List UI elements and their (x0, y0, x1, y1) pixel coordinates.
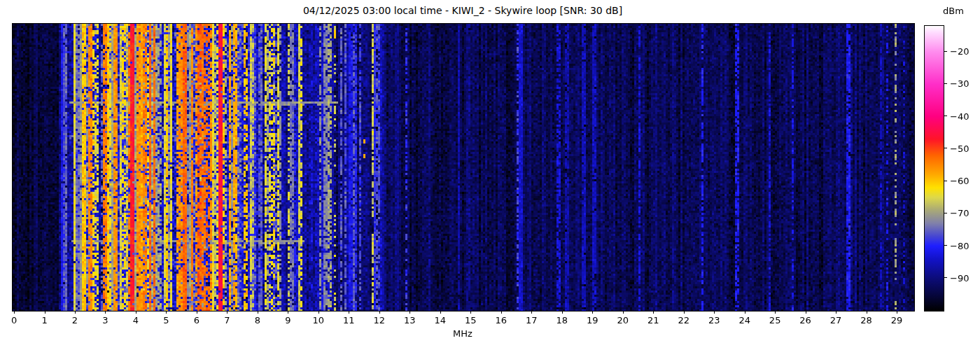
x-tick-mark (836, 311, 836, 314)
x-tick-label: 13 (404, 315, 416, 326)
x-tick-label: 20 (617, 315, 629, 326)
x-tick-mark (531, 311, 532, 314)
x-tick-label: 3 (102, 315, 108, 326)
chart-title: 04/12/2025 03:00 local time - KIWI_2 - S… (12, 5, 913, 16)
x-tick-mark (75, 311, 76, 314)
colorbar-tick-label: −70 (950, 208, 969, 218)
x-tick-mark (806, 311, 806, 314)
x-tick-label: 21 (648, 315, 659, 326)
x-tick-mark (867, 311, 867, 314)
colorbar-unit-label: dBm (943, 6, 964, 16)
colorbar-tick-label: −20 (950, 46, 969, 57)
colorbar-tick-mark (944, 51, 947, 52)
x-tick-label: 25 (769, 315, 781, 326)
colorbar-tick-mark (944, 115, 947, 116)
x-axis: 0123456789101112131415161718192021222324… (0, 310, 980, 345)
x-tick-label: 7 (224, 315, 230, 326)
x-tick-mark (470, 311, 471, 314)
x-tick-label: 26 (799, 315, 811, 326)
x-tick-mark (349, 311, 349, 314)
x-tick-label: 28 (860, 315, 872, 326)
x-tick-mark (623, 311, 624, 314)
x-tick-label: 19 (587, 315, 598, 326)
x-tick-label: 16 (496, 315, 507, 326)
x-tick-label: 18 (556, 315, 568, 326)
x-tick-label: 23 (708, 315, 720, 326)
x-tick-label: 11 (343, 315, 355, 326)
colorbar-tick-label: −40 (950, 111, 969, 121)
colorbar-tick-mark (944, 213, 947, 214)
x-tick-label: 5 (163, 315, 169, 326)
x-tick-label: 17 (526, 315, 538, 326)
x-tick-label: 1 (41, 315, 47, 326)
x-tick-mark (258, 311, 258, 314)
colorbar-tick-label: −30 (950, 78, 969, 89)
colorbar-tick-label: −80 (950, 240, 969, 251)
colorbar-tick-label: −90 (950, 272, 969, 283)
x-tick-label: 29 (891, 315, 903, 326)
colorbar-tick-label: −60 (950, 176, 969, 186)
x-tick-mark (745, 311, 746, 314)
x-tick-mark (684, 311, 685, 314)
x-tick-label: 6 (194, 315, 200, 326)
x-tick-mark (197, 311, 197, 314)
x-tick-label: 14 (435, 315, 447, 326)
x-tick-mark (410, 311, 410, 314)
x-tick-mark (440, 311, 441, 314)
x-tick-label: 0 (11, 315, 17, 326)
x-tick-mark (897, 311, 897, 314)
x-tick-label: 2 (72, 315, 78, 326)
x-tick-mark (318, 311, 319, 314)
colorbar-tick-mark (944, 148, 947, 148)
x-tick-mark (288, 311, 288, 314)
spectrogram-heatmap (13, 24, 914, 311)
spectrogram-page: 04/12/2025 03:00 local time - KIWI_2 - S… (0, 0, 980, 350)
colorbar (924, 25, 944, 312)
x-tick-label: 15 (465, 315, 477, 326)
x-tick-mark (105, 311, 106, 314)
colorbar-tick-mark (944, 181, 947, 181)
x-tick-mark (14, 311, 15, 314)
x-tick-mark (562, 311, 563, 314)
waterfall-plot-area (12, 23, 915, 312)
x-axis-label: MHz (12, 328, 913, 339)
colorbar-axis: −20−30−40−50−60−70−80−90 (944, 25, 980, 310)
colorbar-gradient (925, 26, 944, 311)
x-tick-label: 10 (313, 315, 325, 326)
x-tick-label: 9 (285, 315, 290, 326)
x-tick-mark (653, 311, 654, 314)
x-tick-label: 4 (133, 315, 139, 326)
x-tick-mark (136, 311, 136, 314)
x-tick-mark (379, 311, 380, 314)
colorbar-tick-label: −50 (950, 143, 969, 153)
x-tick-mark (227, 311, 227, 314)
x-tick-label: 12 (374, 315, 386, 326)
x-tick-label: 22 (678, 315, 690, 326)
x-tick-mark (714, 311, 715, 314)
x-tick-mark (166, 311, 167, 314)
x-tick-mark (775, 311, 776, 314)
colorbar-tick-mark (944, 83, 947, 84)
x-tick-label: 27 (830, 315, 842, 326)
x-tick-mark (45, 311, 46, 314)
x-tick-label: 8 (255, 315, 260, 326)
x-tick-mark (592, 311, 593, 314)
x-tick-label: 24 (738, 315, 750, 326)
colorbar-tick-mark (944, 245, 947, 246)
colorbar-tick-mark (944, 277, 947, 278)
x-tick-mark (501, 311, 502, 314)
